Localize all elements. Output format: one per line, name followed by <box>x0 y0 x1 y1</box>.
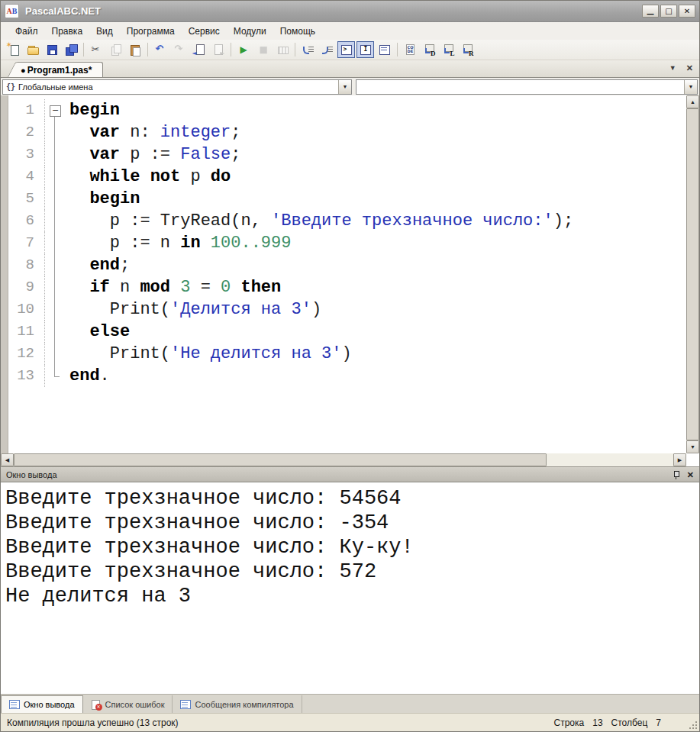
redo-button[interactable] <box>171 41 189 58</box>
code-text[interactable]: p := n in 100..999 <box>67 232 291 254</box>
format-selection-button[interactable] <box>318 41 336 58</box>
code-line-1: 1begin <box>8 99 686 121</box>
scroll-left-button[interactable]: ◀ <box>1 453 14 466</box>
line-number: 4 <box>8 166 45 188</box>
menu-service[interactable]: Сервис <box>182 24 227 39</box>
scope-combobox[interactable]: {} Глобальные имена ▼ <box>2 79 352 95</box>
code-line-3: 3 var p := False; <box>8 143 686 166</box>
menu-edit[interactable]: Правка <box>45 24 90 39</box>
code-line-13: 13end. <box>8 365 686 387</box>
copy-button[interactable] <box>107 41 124 58</box>
fold-marker-1[interactable] <box>45 99 67 121</box>
scroll-down-button[interactable]: ▼ <box>686 440 699 453</box>
close-button[interactable]: ✕ <box>679 5 695 18</box>
outline-icon <box>379 44 391 56</box>
output-line: Введите трехзначное число: Ку-ку! <box>5 535 699 559</box>
scroll-right-button[interactable]: ▶ <box>673 453 686 466</box>
code-text[interactable]: end. <box>67 365 110 387</box>
save-all-button[interactable] <box>62 41 79 58</box>
run-button[interactable] <box>235 41 253 58</box>
expression-pad-button[interactable] <box>273 41 291 58</box>
outline-window-button[interactable] <box>376 41 393 58</box>
toolbar-separator <box>83 43 84 56</box>
toggle-console-window-button[interactable] <box>337 41 355 58</box>
vertical-scroll-thumb[interactable] <box>686 108 699 440</box>
code-text[interactable]: p := TryRead(n, 'Введите трехзначное чис… <box>67 210 573 232</box>
tab-error-list[interactable]: Список ошибок <box>83 695 173 713</box>
minimize-button[interactable]: — <box>642 5 659 18</box>
close-panel-icon[interactable]: ✕ <box>687 470 694 479</box>
navigate-forward-button[interactable] <box>209 41 227 58</box>
menu-view[interactable]: Вид <box>89 24 120 39</box>
line-number: 11 <box>8 321 45 343</box>
output-panel-header: Окно вывода ✕ <box>1 466 699 482</box>
code-templates-button[interactable] <box>402 41 419 58</box>
new-file-button[interactable] <box>5 41 22 58</box>
panel-icon: D <box>424 44 436 56</box>
undo-button[interactable] <box>152 41 169 58</box>
win-console-icon <box>340 44 353 56</box>
navigate-back-button[interactable] <box>190 41 208 58</box>
save-button[interactable] <box>43 41 60 58</box>
code-text[interactable]: end; <box>67 254 130 276</box>
copy-icon <box>110 44 122 56</box>
cut-button[interactable] <box>88 41 105 58</box>
tab-compiler-messages[interactable]: Сообщения компилятора <box>173 695 302 713</box>
pin-icon[interactable] <box>673 470 679 479</box>
close-tab-icon[interactable]: ✕ <box>686 63 693 73</box>
code-text[interactable]: var p := False; <box>67 143 240 166</box>
code-text[interactable]: Print('Не делится на 3') <box>67 343 352 365</box>
tab-output-window[interactable]: Окно вывода <box>1 695 83 713</box>
tab-label: Program1.pas* <box>27 65 92 76</box>
menu-program[interactable]: Программа <box>120 24 182 39</box>
output-line: Введите трехзначное число: -354 <box>5 511 699 535</box>
code-text[interactable]: begin <box>67 188 140 210</box>
status-message: Компиляция прошла успешно (13 строк) <box>7 717 179 728</box>
code-editor[interactable]: 1begin2 var n: integer;3 var p := False;… <box>1 95 699 466</box>
title-bar[interactable]: AB PascalABC.NET — □ ✕ <box>1 1 699 22</box>
code-text[interactable]: while not p do <box>67 166 231 188</box>
panel-icon: R <box>462 44 474 56</box>
resize-grip[interactable] <box>688 719 698 730</box>
dock-panel-d-button[interactable]: D <box>421 41 438 58</box>
menu-help[interactable]: Помощь <box>273 24 322 39</box>
line-number: 9 <box>8 276 45 298</box>
code-text[interactable]: var n: integer; <box>67 121 240 143</box>
floppy-all-icon <box>65 44 77 56</box>
toggle-io-window-button[interactable] <box>356 41 374 58</box>
dock-panel-r-button[interactable]: R <box>459 41 476 58</box>
code-text[interactable]: else <box>67 321 130 343</box>
line-number: 7 <box>8 232 45 254</box>
stop-button[interactable] <box>254 41 272 58</box>
menu-modules[interactable]: Модули <box>227 24 273 39</box>
code-line-4: 4 while not p do <box>8 166 686 188</box>
output-window[interactable]: Введите трехзначное число: 54564Введите … <box>1 482 699 694</box>
fmt-left-icon <box>302 44 315 56</box>
member-combobox[interactable]: ▼ <box>356 79 698 95</box>
member-combobox-dropdown-button[interactable]: ▼ <box>684 80 697 94</box>
fold-marker-7 <box>45 232 67 254</box>
tab-program1[interactable]: ● Program1.pas* <box>18 62 103 77</box>
tab-list-dropdown-icon[interactable]: ▼ <box>669 63 676 73</box>
window-controls: — □ ✕ <box>642 5 695 18</box>
stop-icon <box>257 44 269 56</box>
editor-vertical-scrollbar[interactable]: ▲ ▼ <box>686 95 699 453</box>
paste-button[interactable] <box>126 41 144 58</box>
open-file-button[interactable] <box>24 41 41 58</box>
maximize-button[interactable]: □ <box>660 5 677 18</box>
code-text[interactable]: Print('Делится на 3') <box>67 298 321 321</box>
menu-file[interactable]: Файл <box>8 24 45 39</box>
fold-marker-10 <box>45 298 67 321</box>
format-code-button[interactable] <box>299 41 317 58</box>
dock-panel-l-button[interactable]: L <box>440 41 457 58</box>
scope-combobox-dropdown-button[interactable]: ▼ <box>338 80 351 94</box>
page-back-icon <box>193 44 205 56</box>
horizontal-scroll-thumb[interactable] <box>14 453 547 466</box>
line-number: 5 <box>8 188 45 210</box>
code-text[interactable]: if n mod 3 = 0 then <box>67 276 281 298</box>
new-file-icon <box>8 44 20 56</box>
code-text[interactable]: begin <box>67 99 120 121</box>
scroll-up-button[interactable]: ▲ <box>686 95 699 108</box>
scissors-icon <box>91 44 103 56</box>
editor-horizontal-scrollbar[interactable]: ◀ ▶ <box>1 453 686 466</box>
